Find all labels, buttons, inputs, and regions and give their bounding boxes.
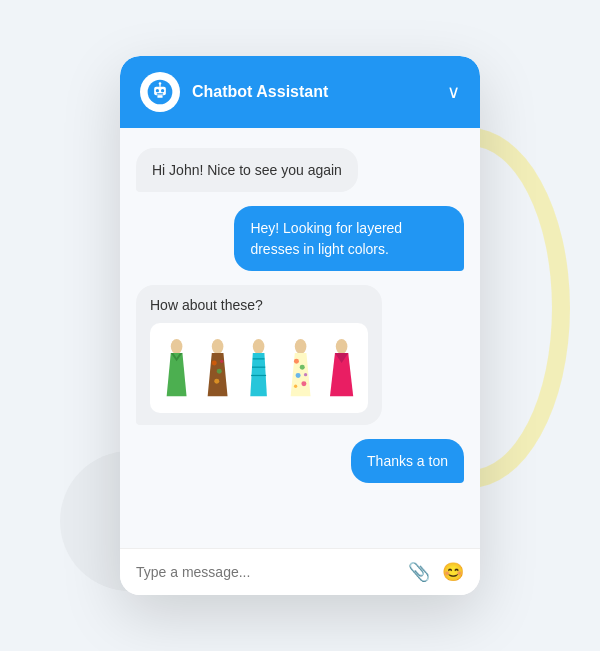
chevron-down-icon[interactable]: ∨ (447, 81, 460, 103)
svg-point-14 (217, 369, 222, 374)
user-bubble-2: Thanks a ton (351, 439, 464, 483)
svg-point-11 (212, 339, 224, 354)
footer-icons: 📎 😊 (408, 561, 464, 583)
svg-point-5 (159, 82, 162, 85)
svg-point-3 (161, 89, 164, 92)
svg-point-30 (336, 339, 348, 354)
svg-rect-6 (157, 93, 164, 94)
robot-icon (147, 79, 173, 105)
svg-point-29 (304, 373, 307, 376)
header-title: Chatbot Assistant (192, 83, 328, 101)
svg-point-17 (253, 339, 265, 354)
dresses-images (150, 323, 368, 413)
svg-point-2 (156, 89, 159, 92)
svg-point-25 (299, 365, 304, 370)
dress-3[interactable] (242, 333, 275, 403)
svg-point-16 (220, 360, 223, 363)
chat-body: Hi John! Nice to see you again Hey! Look… (120, 128, 480, 548)
svg-point-15 (214, 379, 219, 384)
message-input[interactable] (136, 564, 398, 580)
message-row-2: Hey! Looking for layered dresses in ligh… (136, 206, 464, 271)
dresses-bubble: How about these? (136, 285, 382, 425)
chat-window: Chatbot Assistant ∨ Hi John! Nice to see… (120, 56, 480, 595)
user-message-1-text: Hey! Looking for layered dresses in ligh… (250, 220, 402, 256)
dress-1[interactable] (160, 333, 193, 403)
message-row-4: Thanks a ton (136, 439, 464, 483)
svg-point-26 (295, 373, 300, 378)
message-row-3: How about these? (136, 285, 464, 425)
dress-5[interactable] (325, 333, 358, 403)
emoji-icon[interactable]: 😊 (442, 561, 464, 583)
bot-message-1-text: Hi John! Nice to see you again (152, 162, 342, 178)
bot-bubble-1: Hi John! Nice to see you again (136, 148, 358, 192)
svg-point-24 (294, 359, 299, 364)
svg-marker-18 (251, 353, 268, 396)
svg-marker-23 (290, 353, 310, 396)
svg-point-13 (212, 360, 217, 365)
user-bubble-1: Hey! Looking for layered dresses in ligh… (234, 206, 464, 271)
user-message-2-text: Thanks a ton (367, 453, 448, 469)
message-row-1: Hi John! Nice to see you again (136, 148, 464, 192)
svg-point-28 (294, 384, 297, 387)
header-left: Chatbot Assistant (140, 72, 328, 112)
dresses-label: How about these? (150, 297, 368, 313)
bot-avatar (140, 72, 180, 112)
chat-header: Chatbot Assistant ∨ (120, 56, 480, 128)
svg-point-27 (301, 381, 306, 386)
svg-rect-7 (157, 95, 162, 98)
attachment-icon[interactable]: 📎 (408, 561, 430, 583)
dress-4[interactable] (284, 333, 317, 403)
dress-2[interactable] (201, 333, 234, 403)
svg-point-8 (171, 339, 183, 354)
svg-marker-12 (208, 353, 228, 396)
chat-footer: 📎 😊 (120, 548, 480, 595)
svg-point-22 (294, 339, 306, 354)
